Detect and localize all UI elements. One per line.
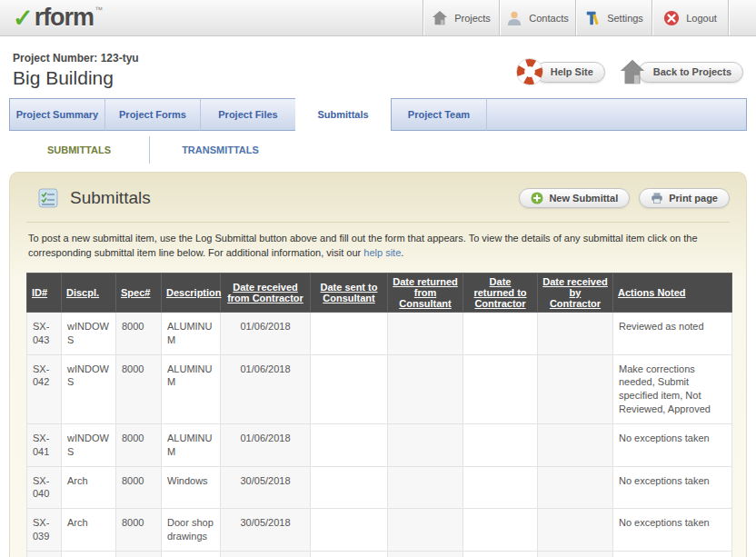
cell: SX-043 <box>27 312 62 354</box>
logo-check-icon: ✓ <box>13 4 34 33</box>
column-header[interactable]: ID# <box>27 273 62 312</box>
cell: wINDOWS <box>62 312 116 354</box>
cell <box>538 509 613 552</box>
column-header[interactable]: Date returned to Contractor <box>463 273 538 312</box>
cell: Mech <box>62 552 116 557</box>
column-header[interactable]: Discpl. <box>62 273 116 312</box>
intro-text: To post a new submittal item, use the Lo… <box>26 223 730 261</box>
logout-button[interactable]: Logout <box>652 0 728 35</box>
column-header[interactable]: Actions Noted <box>613 273 732 312</box>
submittal-row[interactable]: SX-043wINDOWS8000ALUMINUM01/06/2018Revie… <box>27 312 732 354</box>
top-nav: Projects Contacts Settings Logout <box>423 0 756 35</box>
person-icon <box>506 10 522 26</box>
contacts-label: Contacts <box>529 13 568 24</box>
tab-project-summary[interactable]: Project Summary <box>9 98 104 131</box>
submittal-row[interactable]: SX-037Mech670100008/05/2018Resubmit, App… <box>27 552 732 557</box>
cell <box>463 509 538 552</box>
cell: Arch <box>62 466 116 509</box>
cell: Windows <box>162 466 221 509</box>
cell: SX-039 <box>27 509 62 552</box>
logo-text: rform <box>35 4 94 32</box>
subtab-submittals[interactable]: SUBMITTALS <box>9 136 150 164</box>
tab-project-team[interactable]: Project Team <box>391 98 486 131</box>
print-page-button[interactable]: Print page <box>639 188 730 208</box>
help-site-label: Help Site <box>535 62 605 83</box>
projects-button[interactable]: Projects <box>423 0 499 35</box>
app-logo[interactable]: ✓rform™ <box>0 0 423 35</box>
house-icon <box>618 57 647 86</box>
cell: wINDOWS <box>62 423 116 466</box>
cell: 1000 <box>162 552 221 557</box>
cell: 01/06/2018 <box>221 354 311 423</box>
cell: 8000 <box>116 423 162 466</box>
table-body: SX-043wINDOWS8000ALUMINUM01/06/2018Revie… <box>27 312 732 557</box>
cell: Door shop drawings <box>162 509 221 552</box>
cell: Arch <box>62 509 116 552</box>
new-submittal-label: New Submittal <box>549 193 618 204</box>
cell: 01/06/2018 <box>221 312 311 354</box>
new-submittal-button[interactable]: New Submittal <box>519 188 630 208</box>
submittal-row[interactable]: SX-040Arch8000Windows30/05/2018No except… <box>27 466 732 509</box>
column-header[interactable]: Date received by Contractor <box>538 273 613 312</box>
panel-header: Submittals New Submittal Print page <box>26 187 730 223</box>
cell <box>538 423 613 466</box>
tab-project-forms[interactable]: Project Forms <box>104 98 200 131</box>
settings-button[interactable]: Settings <box>575 0 652 35</box>
lifering-icon <box>515 57 544 86</box>
print-page-label: Print page <box>669 193 718 204</box>
cell <box>388 423 463 466</box>
cell <box>538 354 613 423</box>
panel-title: Submittals <box>70 188 519 208</box>
cell: No exceptions taken <box>613 466 732 509</box>
column-header[interactable]: Date received from Contractor <box>221 273 311 312</box>
help-site-button[interactable]: Help Site <box>515 57 605 86</box>
cell <box>388 466 463 509</box>
cell: 01/06/2018 <box>221 423 311 466</box>
project-name: Big Building <box>13 67 139 89</box>
subtab-transmittals[interactable]: TRANSMITTALS <box>150 144 291 155</box>
tab-project-files[interactable]: Project Files <box>200 98 295 131</box>
cell <box>388 509 463 552</box>
submittals-table: ID#Discpl.Spec#DescriptionDate received … <box>26 273 732 557</box>
cell: 30/05/2018 <box>221 509 311 552</box>
tools-icon <box>584 10 601 26</box>
back-to-projects-button[interactable]: Back to Projects <box>618 57 743 86</box>
cell: SX-041 <box>27 423 62 466</box>
cell: No exceptions taken <box>613 509 732 552</box>
nav-end-spacer <box>728 0 756 35</box>
cell: 670 <box>116 552 162 557</box>
cell <box>311 354 388 423</box>
cell: ALUMINUM <box>162 354 221 423</box>
help-site-link[interactable]: help site <box>363 247 401 258</box>
column-header[interactable]: Date sent to Consultant <box>311 273 388 312</box>
submittal-row[interactable]: SX-041wINDOWS8000ALUMINUM01/06/2018No ex… <box>27 423 732 466</box>
back-to-projects-label: Back to Projects <box>638 62 743 83</box>
tab-submittals[interactable]: Submittals <box>295 98 391 131</box>
cell: Make corrections needed, Submit specifie… <box>613 354 732 423</box>
project-number: Project Number: 123-tyu <box>13 52 139 65</box>
cell <box>388 354 463 423</box>
table-head: ID#Discpl.Spec#DescriptionDate received … <box>27 273 732 312</box>
main-tab-bar: Project Summary Project Forms Project Fi… <box>9 98 747 131</box>
plus-icon <box>531 192 543 204</box>
settings-label: Settings <box>607 13 643 24</box>
cell: 8000 <box>116 509 162 552</box>
column-header[interactable]: Date returned from Consultant <box>388 273 463 312</box>
cell <box>311 312 388 354</box>
cell: 30/05/2018 <box>221 466 311 509</box>
submittal-row[interactable]: SX-039Arch8000Door shop drawings30/05/20… <box>27 509 732 552</box>
cell <box>463 423 538 466</box>
column-header[interactable]: Description <box>162 273 221 312</box>
tab-strip-filler <box>486 98 747 131</box>
logo-tm: ™ <box>94 5 103 15</box>
cell <box>388 312 463 354</box>
submittal-row[interactable]: SX-042wINDOWS8000ALUMINUM01/06/2018Make … <box>27 354 732 423</box>
contacts-button[interactable]: Contacts <box>499 0 575 35</box>
printer-icon <box>651 192 663 204</box>
project-heading: Project Number: 123-tyu Big Building Hel… <box>0 36 756 89</box>
submittals-panel: Submittals New Submittal Print page To p… <box>9 172 747 557</box>
column-header[interactable]: Spec# <box>116 273 162 312</box>
cell: Resubmit, Approved <box>613 552 732 557</box>
cell: SX-040 <box>27 466 62 509</box>
cell <box>311 552 388 557</box>
